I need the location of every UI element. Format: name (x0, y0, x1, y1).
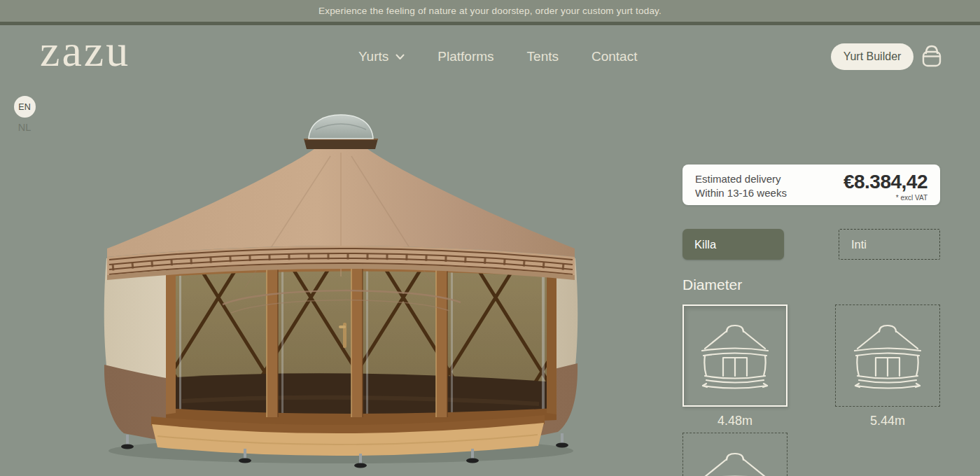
diameter-label-544: 5.44m (835, 413, 940, 428)
nav-item-contact[interactable]: Contact (592, 49, 637, 64)
nav-item-platforms[interactable]: Platforms (438, 49, 493, 64)
yurt-photo (14, 100, 616, 476)
price-value: €8.384,42 (844, 172, 927, 192)
logo[interactable]: zazu (40, 27, 130, 74)
delivery-line2: Within 13-16 weeks (695, 186, 787, 200)
diameter-option-3[interactable] (682, 433, 788, 476)
yurt-outline-icon (696, 321, 774, 391)
price-column: €8.384,42 * excl VAT (844, 172, 927, 198)
product-image (14, 100, 616, 476)
diameter-heading: Diameter (682, 276, 940, 293)
yurt-outline-icon (849, 321, 926, 391)
nav-item-tents[interactable]: Tents (527, 49, 559, 64)
diameter-label-448: 4.48m (682, 413, 788, 428)
site-header: zazu Yurts Platforms Tents Contact Yurt … (0, 29, 980, 85)
dome-skylight (309, 115, 373, 139)
configurator-panel: Estimated delivery Within 13-16 weeks €8… (682, 164, 940, 476)
announcement-banner: Experience the feeling of nature at your… (0, 0, 980, 25)
diameter-option-544[interactable]: 5.44m (835, 304, 940, 428)
model-option-killa[interactable]: Killa (682, 229, 784, 260)
main-nav: Yurts Platforms Tents Contact (358, 29, 637, 85)
chevron-down-icon (396, 54, 405, 60)
model-option-inti[interactable]: Inti (839, 229, 940, 260)
price-card: Estimated delivery Within 13-16 weeks €8… (682, 164, 940, 205)
yurt-outline-icon (696, 449, 774, 476)
diameter-options: 4.48m 5.44m (682, 304, 940, 476)
diameter-option-448[interactable]: 4.48m (682, 304, 788, 428)
price-vat-note: * excl VAT (844, 194, 927, 202)
delivery-line1: Estimated delivery (695, 172, 787, 186)
basket-icon[interactable] (919, 43, 944, 71)
delivery-estimate: Estimated delivery Within 13-16 weeks (695, 172, 787, 198)
model-selector: Killa Inti (682, 229, 940, 260)
announcement-text: Experience the feeling of nature at your… (318, 6, 662, 16)
nav-item-yurts[interactable]: Yurts (358, 49, 405, 64)
yurt-builder-button[interactable]: Yurt Builder (831, 43, 913, 70)
